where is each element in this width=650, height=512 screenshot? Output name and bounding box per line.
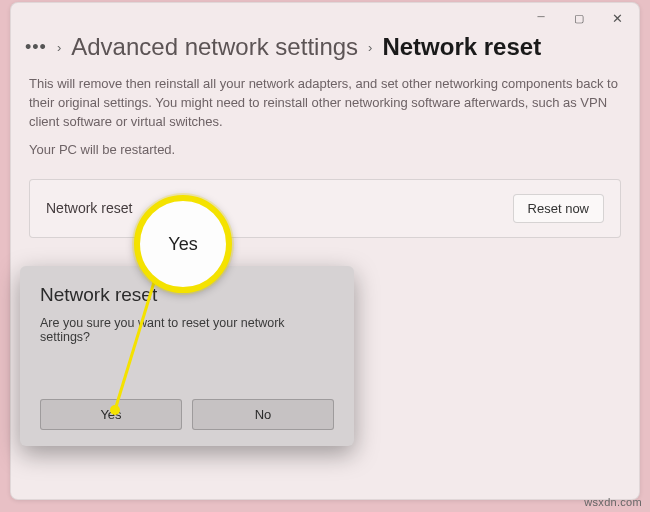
window-titlebar: [11, 3, 639, 33]
page-description: This will remove then reinstall all your…: [11, 61, 639, 132]
callout-label: Yes: [168, 234, 197, 255]
minimize-icon[interactable]: [533, 11, 549, 25]
close-icon[interactable]: [609, 11, 625, 26]
restart-note: Your PC will be restarted.: [11, 132, 639, 157]
chevron-right-icon: ›: [368, 40, 372, 55]
no-button[interactable]: No: [192, 399, 334, 430]
callout-highlight: Yes: [134, 195, 232, 293]
watermark: wsxdn.com: [584, 496, 642, 508]
dialog-buttons: Yes No: [40, 399, 334, 430]
breadcrumb-parent[interactable]: Advanced network settings: [71, 33, 358, 61]
confirm-dialog: Network reset Are you sure you want to r…: [20, 266, 354, 446]
breadcrumb: ••• › Advanced network settings › Networ…: [11, 33, 639, 61]
network-reset-card: Network reset Reset now: [29, 179, 621, 238]
reset-now-button[interactable]: Reset now: [513, 194, 604, 223]
yes-button[interactable]: Yes: [40, 399, 182, 430]
page-title: Network reset: [382, 33, 541, 61]
breadcrumb-overflow[interactable]: •••: [25, 37, 47, 58]
maximize-icon[interactable]: [571, 11, 587, 25]
card-label: Network reset: [46, 200, 132, 216]
dialog-message: Are you sure you want to reset your netw…: [40, 316, 334, 344]
chevron-right-icon: ›: [57, 40, 61, 55]
